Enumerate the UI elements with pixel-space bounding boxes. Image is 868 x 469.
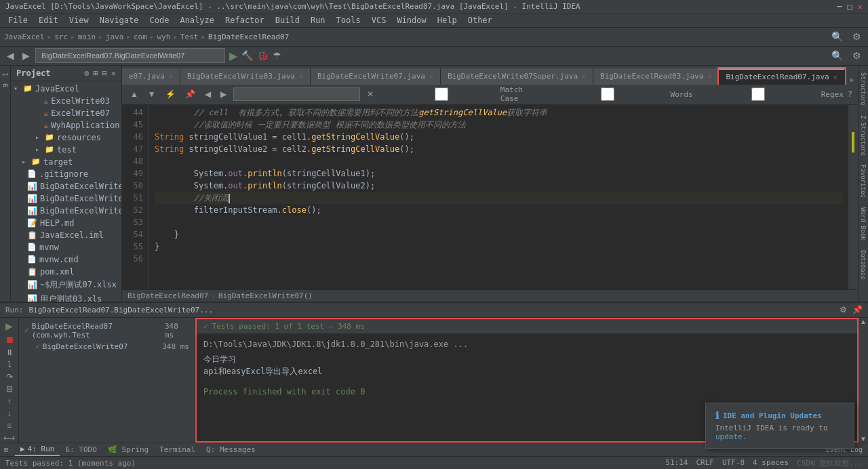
tab-close-icon[interactable]: ✕ [299,73,303,80]
tree-xls03[interactable]: 📊 BigDateExcelWrite03.xls [11,180,121,192]
find-input[interactable] [233,87,360,101]
run-target-label[interactable]: BigDateExcelRead07.BigDateExcelWrite07..… [29,306,214,314]
back-button[interactable]: ◀ [4,49,17,62]
match-case-option[interactable]: Match Case [384,85,542,103]
tab-write07[interactable]: BigDateExcelWrite07.java ✕ [311,68,441,85]
match-case-checkbox[interactable] [384,87,498,101]
bottom-expand-icon[interactable]: ⊞ [4,446,8,453]
menu-view[interactable]: View [64,14,94,26]
code-content[interactable]: // cell 有很多方式, 获取不同的数据需要用到不同的方法getString… [149,105,848,289]
tab-write03[interactable]: BigDateExcelWrite03.java ✕ [180,68,311,85]
tab-close-icon[interactable]: ✕ [833,73,837,81]
maximize-button[interactable]: □ [848,2,852,12]
tree-xlsxsuper[interactable]: 📊 BigDateExcelWrite07Super.xlsx [11,205,121,217]
tree-helpmd[interactable]: 📝 HELP.md [11,217,121,229]
sidebar-expand-icon[interactable]: ⊞ [93,68,98,78]
tree-user03[interactable]: 📊 用户测试03.xls [11,292,121,302]
tab-read03[interactable]: BigDateExcelRead03.java ✕ [593,68,719,85]
pause-button[interactable]: ⏸ [5,348,14,357]
bottom-tab-messages[interactable]: Q: Messages [201,444,261,455]
up-button[interactable]: ↑ [7,396,12,406]
find-prev-button[interactable]: ▲ [127,88,141,100]
menu-window[interactable]: Window [391,14,431,26]
tree-test[interactable]: ▸ 📁 test [11,144,121,156]
run-settings-button[interactable]: ⚙ [840,305,847,314]
run-pin-button[interactable]: 📌 [852,305,863,314]
right-tab-z-structure[interactable]: Z-Structure [859,111,868,160]
tree-iml[interactable]: 📋 JavaExcel.iml [11,229,121,241]
cursor-position[interactable]: 51:14 [665,458,688,468]
breadcrumb-wyh[interactable]: wyh [157,33,170,41]
tab-close-icon[interactable]: ✕ [707,73,711,80]
stop-button[interactable]: ⏹ [5,334,14,345]
bottom-tab-terminal[interactable]: Terminal [154,444,201,455]
jump-to-button[interactable]: ↷ [6,372,13,382]
run-config-input[interactable] [35,48,225,63]
editor-breadcrumb-write07[interactable]: BigDateExcelWrite07() [218,291,313,300]
tree-wyhapp[interactable]: ☕ WyhApplication [11,119,121,131]
tab-e07[interactable]: e07.java ✕ [122,68,180,85]
minimize-button[interactable]: ─ [837,2,842,12]
menu-tools[interactable]: Tools [331,14,366,26]
sidebar-collapse-icon[interactable]: ⊟ [102,68,107,78]
menu-code[interactable]: Code [144,14,175,26]
diff-button[interactable]: ⟷ [3,433,15,443]
code-editor[interactable]: 44 45 46 47 48 49 50 51 52 53 54 55 56 [122,105,858,289]
find-pin-button[interactable]: 📌 [182,88,198,100]
rerun-button[interactable]: ▶ [5,321,13,331]
find-nav-left[interactable]: ◀ [202,88,214,100]
breadcrumb-java[interactable]: java [106,33,124,41]
right-tab-structure[interactable]: Structure [859,68,868,110]
bottom-tab-todo[interactable]: 6: TODO [60,444,102,455]
sidebar-close-icon[interactable]: ✕ [111,68,116,78]
tab-close-icon[interactable]: ✕ [582,73,586,80]
menu-vcs[interactable]: VCS [366,14,392,26]
right-tab-favorites[interactable]: Favorites [859,161,868,202]
run-button[interactable]: ▶ [229,49,237,62]
test-child-item[interactable]: ✓ BigDateExcelWrite07 348 ms [22,341,192,352]
project-icon[interactable]: 1 [0,70,10,79]
sidebar-settings-icon[interactable]: ⚙ [84,68,89,78]
words-checkbox[interactable] [547,87,669,101]
tree-mvnwcmd[interactable]: 📄 mvnw.cmd [11,253,121,266]
menu-run[interactable]: Run [305,14,331,26]
search-button[interactable]: 🔍 [829,30,846,43]
tree-pomxml[interactable]: 📋 pom.xml [11,266,121,278]
menu-refactor[interactable]: Refactor [220,14,270,26]
bottom-tab-run[interactable]: ▶ 4: Run [15,443,60,456]
tab-close-icon[interactable]: ✕ [169,73,173,80]
structure-icon[interactable]: 6 [0,81,10,90]
bottom-tab-spring[interactable]: 🌿 Spring [102,444,154,455]
search-everywhere-button[interactable]: 🔍 [829,49,846,62]
collapse-all-button[interactable]: ⊟ [6,384,13,394]
scroll-up-button[interactable]: ▲ [860,318,867,325]
build-button[interactable]: 🔨 [241,50,253,61]
test-root-item[interactable]: ✓ BigDateExcelRead07 (com.wyh.Test 348 m… [22,321,192,341]
notif-update-link[interactable]: update. [715,432,747,441]
regex-option[interactable]: Regex [697,87,844,101]
tab-more-icon[interactable]: » [845,75,858,85]
close-button[interactable]: ✕ [858,2,863,12]
find-filter-button[interactable]: ⚡ [163,88,178,100]
tab-write07super[interactable]: BigDateExcelWrite07Super.java ✕ [441,68,593,85]
find-nav-right[interactable]: ▶ [218,88,229,100]
tree-excelwrite07[interactable]: ☕ ExcelWrite07 [11,107,121,119]
menu-file[interactable]: File [3,14,33,26]
tree-resources[interactable]: ▸ 📁 resources [11,131,121,144]
down-button[interactable]: ↓ [7,409,12,418]
menu-edit[interactable]: Edit [33,14,64,26]
menu-analyze[interactable]: Analyze [174,14,220,26]
menu-other[interactable]: Other [462,14,498,26]
breadcrumb-test[interactable]: Test [180,33,199,41]
line-ending[interactable]: CRLF [696,458,714,468]
sort-button[interactable]: ≡ [7,421,12,430]
tree-javaexcel[interactable]: ▾ 📁 JavaExcel [11,83,121,95]
tree-target[interactable]: ▸ 📁 target [11,156,121,168]
editor-breadcrumb-read07[interactable]: BigDateExcelRead07 [127,291,208,300]
find-close-button[interactable]: ✕ [364,88,376,100]
step-over-button[interactable]: ⤵ [7,360,12,369]
breadcrumb-com[interactable]: com [134,33,147,41]
find-help-icon[interactable]: ? [848,89,852,99]
tree-gitignore[interactable]: 📄 .gitignore [11,168,121,180]
menu-navigate[interactable]: Navigate [94,14,144,26]
